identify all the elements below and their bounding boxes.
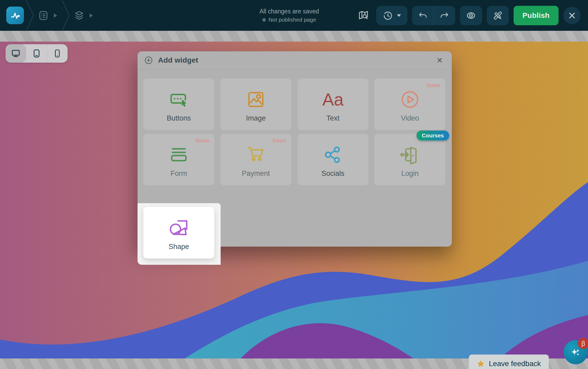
editor-topbar: All changes are saved Not published page	[0, 0, 588, 31]
pulse-logo-icon	[10, 10, 21, 21]
undo-icon	[418, 11, 428, 21]
courses-badge: Courses	[417, 131, 449, 141]
soon-badge: Soon	[427, 82, 440, 88]
sparkles-icon	[570, 346, 581, 358]
widget-card-shape[interactable]: Shape	[143, 207, 214, 258]
widget-card-video[interactable]: Soon Video	[374, 78, 445, 130]
widget-card-label: Buttons	[167, 114, 191, 122]
publish-status-dot	[262, 18, 266, 22]
device-phone-button[interactable]	[47, 44, 68, 63]
beta-badge: β	[578, 338, 588, 349]
leave-feedback-button[interactable]: Leave feedback	[469, 355, 549, 369]
history-button[interactable]	[376, 6, 407, 25]
widget-card-label: Image	[246, 114, 266, 122]
save-status: All changes are saved Not published page	[260, 7, 319, 24]
publish-status-text: Not published page	[268, 16, 316, 24]
payment-widget-icon	[246, 142, 266, 168]
pencil-ruler-icon	[492, 10, 504, 21]
widget-card-text[interactable]: Aa Text	[297, 78, 368, 130]
topbar-actions: Publish	[357, 0, 588, 31]
video-widget-icon	[400, 86, 420, 113]
widget-card-label: Form	[171, 169, 187, 178]
history-icon	[382, 10, 393, 21]
widget-card-form[interactable]: Soon Form	[143, 134, 214, 185]
buttons-widget-icon	[168, 86, 190, 113]
soon-badge: Soon	[195, 137, 209, 144]
widget-grid: Buttons Image Aa	[138, 69, 452, 192]
pages-list-icon[interactable]	[36, 8, 51, 23]
layers-icon[interactable]	[72, 8, 87, 23]
plus-circle-icon	[144, 56, 153, 64]
add-widget-modal: Add widget	[138, 51, 452, 247]
device-desktop-button[interactable]	[6, 44, 26, 63]
redo-icon	[439, 11, 449, 21]
image-widget-icon	[246, 86, 266, 113]
desktop-icon	[11, 48, 21, 59]
breadcrumb-separator	[24, 0, 36, 31]
breadcrumb-separator	[60, 0, 72, 31]
publish-button[interactable]: Publish	[514, 6, 559, 25]
map-search-icon[interactable]	[357, 9, 369, 22]
app-logo[interactable]	[6, 7, 24, 24]
undo-redo-group	[412, 6, 455, 25]
modal-title: Add widget	[158, 56, 198, 64]
breadcrumb-expand-arrow[interactable]	[52, 13, 58, 18]
save-status-text: All changes are saved	[260, 7, 319, 16]
breadcrumb-expand-arrow[interactable]	[88, 13, 94, 18]
shape-widget-icon	[168, 215, 189, 241]
close-icon	[437, 57, 443, 63]
widget-card-payment[interactable]: Soon Payment	[220, 134, 291, 185]
leave-feedback-label: Leave feedback	[489, 360, 541, 368]
page-top-boundary-stripes	[0, 31, 588, 42]
phone-icon	[53, 49, 62, 58]
assistant-beta-button[interactable]: β	[564, 340, 588, 364]
close-icon	[569, 12, 575, 19]
widget-card-label: Text	[326, 114, 339, 122]
form-widget-icon	[169, 142, 189, 168]
tablet-icon	[32, 48, 42, 58]
modal-header: Add widget	[138, 51, 452, 69]
eye-icon	[465, 10, 477, 21]
soon-badge: Soon	[272, 137, 286, 144]
page-editor: All changes are saved Not published page	[0, 0, 588, 369]
device-switcher	[6, 44, 68, 63]
undo-button[interactable]	[412, 6, 434, 25]
close-editor-button[interactable]	[563, 7, 581, 24]
highlighted-cell-panel: Shape	[138, 203, 221, 265]
widget-card-socials[interactable]: Socials	[297, 134, 368, 185]
star-icon	[477, 360, 485, 368]
widget-card-label: Login	[401, 169, 419, 178]
widget-card-login[interactable]: Courses Login	[374, 134, 445, 185]
redo-button[interactable]	[434, 6, 455, 25]
text-widget-icon: Aa	[322, 86, 344, 113]
design-tools-button[interactable]	[487, 6, 509, 25]
widget-card-label: Shape	[169, 243, 189, 251]
widget-card-image[interactable]: Image	[220, 78, 291, 130]
chevron-down-icon	[397, 14, 401, 17]
widget-card-buttons[interactable]: Buttons	[143, 78, 214, 130]
device-tablet-button[interactable]	[26, 44, 47, 63]
breadcrumb	[0, 0, 95, 31]
preview-eye-button[interactable]	[460, 6, 482, 25]
widget-card-label: Video	[401, 114, 419, 122]
widget-card-label: Socials	[321, 169, 344, 178]
modal-close-button[interactable]	[434, 55, 445, 66]
login-widget-icon	[400, 142, 420, 168]
widget-card-label: Payment	[242, 169, 270, 178]
socials-widget-icon	[323, 142, 343, 168]
